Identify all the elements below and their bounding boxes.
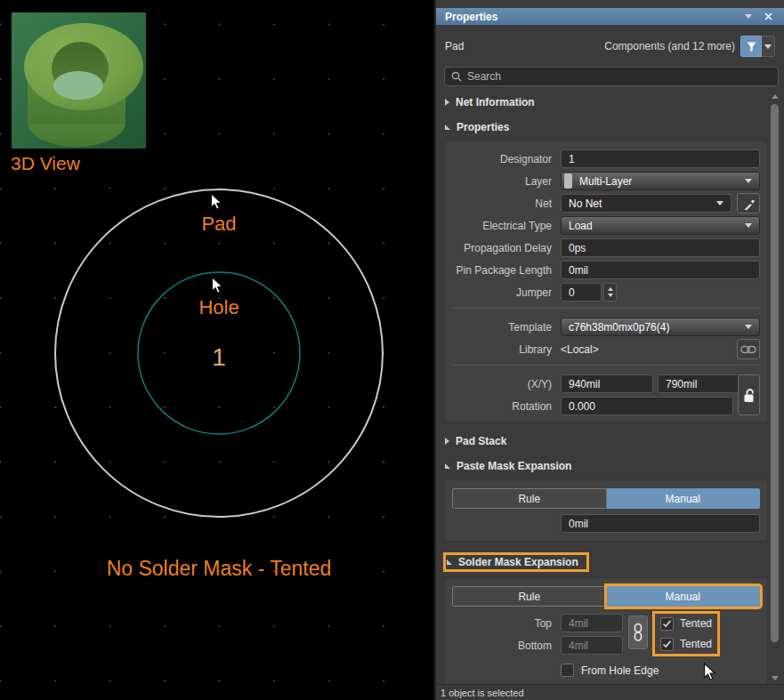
y-field[interactable] xyxy=(658,374,750,393)
hole-label: Hole xyxy=(198,296,238,319)
pcb-canvas[interactable]: 3D View Pad Hole 1 No Solder Mask - Tent… xyxy=(0,0,434,700)
properties-group: Designator Layer Multi-Layer Net No Net xyxy=(444,141,768,422)
template-label: Template xyxy=(452,321,552,334)
search-box[interactable] xyxy=(444,67,779,86)
search-input[interactable] xyxy=(467,70,772,83)
section-properties[interactable]: Properties xyxy=(436,114,772,139)
panel-menu-chevron-icon[interactable] xyxy=(741,11,756,23)
library-value: <Local> xyxy=(561,343,731,356)
paste-mask-group: Rule Manual xyxy=(444,479,768,542)
tented-top-checkbox[interactable]: Tented xyxy=(660,616,712,632)
pad-designator-label: 1 xyxy=(212,343,226,372)
xy-label: (X/Y) xyxy=(452,378,552,390)
cursor-arrow-icon xyxy=(211,277,223,294)
tented-checkbox-group: Tented Tented xyxy=(655,614,717,654)
scroll-down-icon[interactable] xyxy=(772,676,779,680)
jumper-stepper[interactable] xyxy=(603,283,617,302)
layer-label: Layer xyxy=(452,175,552,188)
layer-color-swatch xyxy=(564,173,572,189)
section-net-information[interactable]: Net Information xyxy=(436,89,772,114)
jumper-field[interactable] xyxy=(561,283,602,302)
top-label: Top xyxy=(452,617,552,630)
net-eyedropper-button[interactable] xyxy=(737,193,760,213)
vertical-link-icon xyxy=(634,623,643,642)
chevron-down-icon xyxy=(745,325,752,329)
filter-icon[interactable] xyxy=(740,36,762,57)
propagation-delay-label: Propagation Delay xyxy=(452,242,552,254)
electrical-type-label: Electrical Type xyxy=(452,220,552,232)
solder-mask-group: Rule Manual Top Bottom xyxy=(444,577,768,688)
status-text: 1 object is selected xyxy=(440,688,524,698)
view3d-label: 3D View xyxy=(11,153,80,174)
solder-mask-rule-button[interactable]: Rule xyxy=(452,586,607,607)
bottom-label: Bottom xyxy=(452,640,552,652)
solder-mask-manual-button[interactable]: Manual xyxy=(607,586,761,607)
scrollbar-thumb[interactable] xyxy=(771,104,779,642)
tented-bottom-checkbox[interactable]: Tented xyxy=(660,636,712,652)
solder-mask-header-highlight: Solder Mask Expansion xyxy=(445,554,587,570)
pin-package-length-label: Pin Package Length xyxy=(452,264,552,277)
solder-mask-caption: No Solder Mask - Tented xyxy=(107,557,332,581)
selected-object-type: Pad xyxy=(445,40,604,52)
chevron-down-icon xyxy=(716,201,723,205)
chevron-down-icon xyxy=(745,179,752,183)
cursor-arrow-icon xyxy=(210,193,222,211)
close-icon[interactable] xyxy=(761,11,775,23)
step-down-icon[interactable] xyxy=(608,294,613,297)
paste-mask-value-field[interactable] xyxy=(561,514,760,533)
layer-dropdown[interactable]: Multi-Layer xyxy=(561,172,760,190)
unlock-icon xyxy=(742,388,756,403)
rotation-label: Rotation xyxy=(452,400,552,413)
net-dropdown[interactable]: No Net xyxy=(561,194,731,213)
altium-pcb-editor: 3D View Pad Hole 1 No Solder Mask - Tent… xyxy=(0,0,784,700)
designator-label: Designator xyxy=(452,153,552,165)
paste-mask-manual-button[interactable]: Manual xyxy=(607,488,761,509)
step-up-icon[interactable] xyxy=(608,287,613,291)
chevron-down-icon xyxy=(745,223,752,228)
rotation-field[interactable] xyxy=(561,397,733,415)
propagation-delay-field[interactable] xyxy=(561,238,760,257)
section-solder-mask-expansion[interactable]: Solder Mask Expansion xyxy=(436,547,772,575)
panel-scrollbar[interactable] xyxy=(769,93,781,682)
library-link-button[interactable] xyxy=(737,339,760,359)
template-dropdown[interactable]: c76h38m0mx0p76(4) xyxy=(561,318,760,336)
collapsed-triangle-icon xyxy=(445,438,449,445)
expanded-triangle-icon xyxy=(447,559,452,565)
scope-label: Components (and 12 more) xyxy=(604,40,735,52)
solder-mask-bottom-field[interactable] xyxy=(561,636,623,655)
eyedropper-icon xyxy=(742,197,755,210)
expanded-triangle-icon xyxy=(445,125,450,130)
collapsed-triangle-icon xyxy=(445,99,449,106)
x-field[interactable] xyxy=(561,374,653,393)
filter-dropdown-button[interactable] xyxy=(762,36,775,57)
checkbox-checked-icon[interactable] xyxy=(660,617,674,631)
checkbox-unchecked-icon[interactable] xyxy=(561,664,574,677)
from-hole-edge-checkbox[interactable]: From Hole Edge xyxy=(561,664,760,677)
pad-label: Pad xyxy=(201,213,236,236)
jumper-label: Jumper xyxy=(452,286,552,299)
library-label: Library xyxy=(452,343,552,356)
pad-3d-preview xyxy=(12,12,146,149)
section-paste-mask-expansion[interactable]: Paste Mask Expansion xyxy=(436,453,772,478)
divider xyxy=(452,365,760,366)
electrical-type-dropdown[interactable]: Load xyxy=(561,216,760,235)
checkbox-checked-icon[interactable] xyxy=(660,638,674,651)
location-lock-button[interactable] xyxy=(738,374,760,415)
link-top-bottom-button[interactable] xyxy=(628,616,648,649)
net-label: Net xyxy=(452,197,552,210)
paste-mask-rule-button[interactable]: Rule xyxy=(452,488,607,509)
link-icon xyxy=(740,344,756,355)
solder-mask-top-field[interactable] xyxy=(561,614,623,632)
status-bar: 1 object is selected xyxy=(436,684,784,700)
designator-field[interactable] xyxy=(561,149,760,168)
panel-title: Properties xyxy=(445,11,736,23)
pin-package-length-field[interactable] xyxy=(561,261,760,279)
search-icon xyxy=(451,71,462,82)
section-pad-stack[interactable]: Pad Stack xyxy=(436,428,772,453)
divider xyxy=(452,308,760,309)
cursor-arrow-icon xyxy=(703,663,716,681)
panel-titlebar[interactable]: Properties xyxy=(436,8,784,25)
pad-3d-torus xyxy=(12,12,146,149)
expanded-triangle-icon xyxy=(445,463,450,469)
scroll-up-icon[interactable] xyxy=(772,94,779,99)
